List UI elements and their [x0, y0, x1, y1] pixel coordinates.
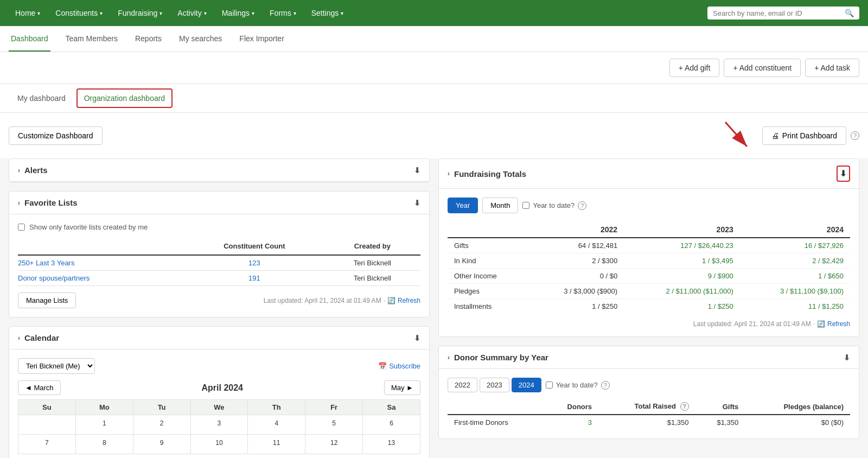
add-constituent-button[interactable]: + Add constituent: [724, 59, 801, 77]
add-task-button[interactable]: + Add task: [805, 59, 859, 77]
nav-activity[interactable]: Activity ▾: [171, 4, 213, 22]
help-icon[interactable]: ?: [851, 131, 859, 140]
cal-cell[interactable]: 2: [133, 415, 190, 435]
col-name: [18, 240, 184, 255]
year-to-date-checkbox[interactable]: [522, 202, 529, 209]
next-month-button[interactable]: May ►: [384, 380, 420, 395]
donor-summary-download-icon[interactable]: ⬇: [844, 353, 850, 362]
favorite-lists-header: ‹ Favorite Lists ⬇: [9, 192, 429, 214]
cal-cell[interactable]: 7: [18, 435, 76, 454]
list-creator-1: Teri Bicknell: [329, 255, 420, 271]
row-2022-gifts: 64 / $12,481: [528, 238, 624, 253]
donor-col-total-raised: Total Raised ?: [598, 399, 695, 415]
calendar-icon: 📅: [378, 362, 387, 370]
month-tab-button[interactable]: Month: [482, 198, 518, 213]
calendar-collapse-icon[interactable]: ‹: [18, 334, 20, 342]
table-row: Gifts 64 / $12,481 127 / $26,440.23 16 /…: [448, 238, 850, 253]
donor-year-2022[interactable]: 2022: [448, 378, 477, 392]
donor-row-gifts: $1,350: [695, 415, 745, 430]
calendar-body: Teri Bicknell (Me) 📅 Subscribe ◄ March A…: [9, 349, 429, 458]
subnav-reports[interactable]: Reports: [133, 27, 164, 52]
cal-cell[interactable]: [18, 415, 76, 435]
nav-home[interactable]: Home ▾: [9, 4, 47, 22]
nav-constituents[interactable]: Constituents ▾: [49, 4, 109, 22]
calendar-card: ‹ Calendar ⬇ Teri Bicknell (Me) 📅 Subscr…: [9, 326, 430, 458]
row-2023-inkind: 1 / $3,495: [624, 253, 740, 269]
subnav-flex-importer[interactable]: Flex Importer: [237, 27, 286, 52]
list-link-1[interactable]: 250+ Last 3 Years: [18, 259, 74, 267]
row-2024-other: 1 / $650: [740, 269, 850, 284]
subnav-dashboard[interactable]: Dashboard: [9, 27, 50, 52]
donor-year-to-date-check: Year to date? ?: [546, 381, 610, 390]
alerts-download-icon[interactable]: ⬇: [414, 166, 420, 175]
cal-cell[interactable]: 1: [75, 415, 133, 435]
donor-summary-card: ‹ Donor Summary by Year ⬇ 2022 2023 2024…: [438, 346, 859, 439]
nav-settings[interactable]: Settings ▾: [305, 4, 350, 22]
table-row: Other Income 0 / $0 9 / $900 1 / $650: [448, 269, 850, 284]
fundraising-title: Fundraising Totals: [454, 169, 526, 179]
nav-mailings[interactable]: Mailings ▾: [215, 4, 261, 22]
cal-cell[interactable]: 5: [305, 415, 363, 435]
cal-cell[interactable]: 8: [75, 435, 133, 454]
subnav-team-members[interactable]: Team Members: [63, 27, 120, 52]
calendar-user-select[interactable]: Teri Bicknell (Me): [18, 358, 95, 374]
donor-year-2024[interactable]: 2024: [512, 378, 541, 392]
donor-help-icon[interactable]: ?: [601, 381, 610, 390]
customize-dashboard-button[interactable]: Customize Dashboard: [9, 126, 103, 145]
nav-fundraising[interactable]: Fundraising ▾: [111, 4, 169, 22]
favorite-lists-download-icon[interactable]: ⬇: [414, 199, 420, 207]
table-row: Pledges 3 / $3,000 ($900) 2 / $11,000 ($…: [448, 284, 850, 299]
row-2023-other: 9 / $900: [624, 269, 740, 284]
cal-cell[interactable]: 3: [190, 415, 248, 435]
cal-cell[interactable]: 13: [363, 435, 420, 454]
favorite-lists-checkbox[interactable]: [18, 224, 25, 231]
fundraising-totals-header: ‹ Fundraising Totals ⬇: [439, 159, 859, 189]
add-gift-button[interactable]: + Add gift: [669, 59, 720, 77]
total-raised-help-icon[interactable]: ?: [680, 402, 689, 411]
nav-forms[interactable]: Forms ▾: [263, 4, 303, 22]
cal-cell[interactable]: 10: [190, 435, 248, 454]
manage-lists-button[interactable]: Manage Lists: [18, 292, 76, 308]
search-box[interactable]: 🔍: [707, 7, 859, 20]
list-creator-2: Teri Bicknell: [329, 271, 420, 286]
favorite-lists-refresh-link[interactable]: 🔄 Refresh: [387, 297, 420, 304]
cal-cell[interactable]: 9: [133, 435, 190, 454]
favorite-lists-last-updated: Last updated: April 21, 2024 at 01:49 AM…: [264, 297, 420, 304]
alerts-collapse-icon[interactable]: ›: [18, 167, 20, 174]
print-dashboard-button[interactable]: 🖨 Print Dashboard: [762, 126, 846, 145]
donor-year-to-date-checkbox[interactable]: [546, 381, 553, 389]
calendar-header: ‹ Calendar ⬇: [9, 327, 429, 349]
fundraising-refresh-link[interactable]: 🔄 Refresh: [817, 320, 850, 328]
list-item: Donor spouse/partners 191 Teri Bicknell: [18, 271, 420, 286]
fundraising-tab-buttons: Year Month Year to date? ?: [448, 198, 850, 213]
calendar-download-icon[interactable]: ⬇: [414, 334, 420, 342]
donor-year-2023[interactable]: 2023: [480, 378, 509, 392]
favorite-lists-collapse-icon[interactable]: ‹: [18, 199, 20, 207]
cal-cell[interactable]: 6: [363, 415, 420, 435]
list-count-1[interactable]: 123: [248, 259, 260, 267]
tab-org-dashboard[interactable]: Organization dashboard: [76, 88, 173, 108]
year-to-date-help-icon[interactable]: ?: [578, 201, 586, 210]
fundraising-download-icon[interactable]: ⬇: [837, 166, 850, 182]
cal-cell[interactable]: 12: [305, 435, 363, 454]
calendar-title: Calendar: [24, 333, 59, 342]
constituents-chevron-icon: ▾: [100, 10, 103, 16]
tab-my-dashboard[interactable]: My dashboard: [9, 85, 74, 111]
donor-summary-collapse-icon[interactable]: ‹: [448, 354, 450, 361]
subscribe-button[interactable]: 📅 Subscribe: [378, 362, 420, 370]
fundraising-refresh-icon: 🔄: [817, 320, 825, 328]
search-input[interactable]: [713, 9, 840, 17]
cal-cell[interactable]: 11: [248, 435, 305, 454]
cal-day-th: Th: [248, 400, 305, 415]
list-link-2[interactable]: Donor spouse/partners: [18, 274, 90, 282]
subnav-my-searches[interactable]: My searches: [177, 27, 224, 52]
row-2023-pledges: 2 / $11,000 ($11,000): [624, 284, 740, 299]
cal-cell[interactable]: 4: [248, 415, 305, 435]
fundraising-collapse-icon[interactable]: ‹: [448, 170, 450, 177]
list-count-2[interactable]: 191: [248, 274, 260, 282]
col-constituent-count: Constituent Count: [184, 240, 329, 255]
year-tab-button[interactable]: Year: [448, 198, 478, 213]
prev-month-button[interactable]: ◄ March: [18, 380, 61, 395]
col-2024: 2024: [740, 222, 850, 238]
cal-day-tu: Tu: [133, 400, 190, 415]
